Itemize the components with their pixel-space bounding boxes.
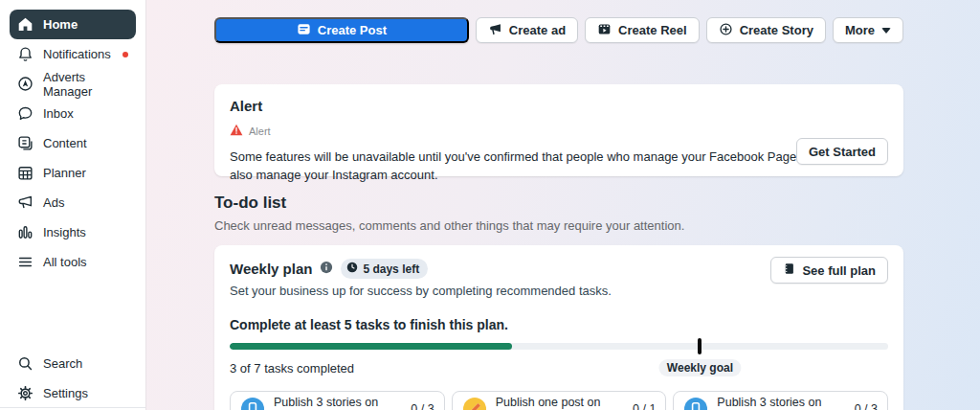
- create-post-label: Create Post: [318, 23, 387, 37]
- days-left-label: 5 days left: [363, 262, 419, 276]
- weekly-plan-title: Weekly plan: [230, 261, 312, 277]
- megaphone-icon: [17, 194, 33, 211]
- see-full-plan-button[interactable]: See full plan: [770, 257, 888, 284]
- create-reel-button[interactable]: Create Reel: [585, 17, 700, 43]
- planner-icon: [17, 165, 33, 181]
- progress-track: [230, 343, 888, 350]
- progress-fill: [230, 343, 512, 350]
- sidebar-item-label: Insights: [43, 225, 86, 239]
- alert-tag-label: Alert: [249, 125, 271, 137]
- weekly-goal-label: Weekly goal: [659, 359, 741, 376]
- clock-icon: [346, 262, 358, 276]
- todo-list-subtitle: Check unread messages, comments and othe…: [214, 218, 903, 233]
- sidebar-item-all-tools[interactable]: All tools: [10, 247, 136, 277]
- insights-icon: [17, 224, 33, 240]
- content-icon: [17, 135, 33, 151]
- bell-icon: [17, 46, 33, 62]
- sidebar-item-inbox[interactable]: Inbox: [10, 99, 136, 128]
- create-story-label: Create Story: [740, 23, 813, 37]
- facebook-story-icon: [683, 397, 708, 410]
- instagram-story-icon: [240, 397, 265, 410]
- task-count: 0 / 1: [633, 402, 656, 410]
- plus-circle-icon: [719, 22, 733, 39]
- sidebar-item-label: Settings: [43, 386, 88, 400]
- task-publish-fb-post[interactable]: Publish one post on Facebook 0 / 1: [452, 391, 667, 410]
- sidebar-item-label: Content: [43, 136, 87, 150]
- more-label: More: [845, 23, 875, 37]
- create-ad-button[interactable]: Create ad: [476, 17, 578, 43]
- gear-icon: [17, 385, 33, 401]
- sidebar-item-search[interactable]: Search: [10, 349, 136, 378]
- sidebar-item-label: Notifications: [43, 47, 111, 61]
- todo-list-title: To-do list: [214, 194, 903, 213]
- search-icon: [17, 355, 33, 372]
- sidebar-footer: Search Settin: [10, 349, 136, 408]
- sidebar-item-label: Inbox: [43, 106, 74, 121]
- sidebar-item-notifications[interactable]: Notifications: [10, 39, 136, 69]
- sidebar-item-label: All tools: [43, 255, 87, 269]
- alert-card-title: Alert: [230, 98, 888, 114]
- get-started-button[interactable]: Get Started: [796, 138, 888, 165]
- alert-card: Alert Alert Some features will be unavai…: [214, 84, 903, 176]
- create-story-button[interactable]: Create Story: [706, 17, 826, 43]
- info-icon[interactable]: [320, 261, 333, 278]
- get-started-label: Get Started: [809, 145, 876, 159]
- weekly-plan-card: Weekly plan 5 days left Se: [214, 245, 903, 410]
- days-left-badge: 5 days left: [341, 259, 428, 279]
- task-label: Publish one post on Facebook: [496, 396, 624, 410]
- sidebar-item-label: Ads: [43, 195, 64, 210]
- notification-unread-dot: [122, 52, 128, 57]
- alert-body-text: Some features will be unavailable until …: [230, 148, 828, 185]
- create-toolbar: Create Post Create ad: [214, 17, 903, 43]
- sidebar: Home Notifications Adverts Manager Inbox: [0, 0, 146, 410]
- chevron-down-icon: [881, 28, 891, 34]
- weekly-plan-subtitle: Set your business up for success by comp…: [230, 284, 888, 298]
- task-count: 0 / 3: [411, 402, 434, 410]
- task-label: Publish 3 stories on Instagram: [274, 396, 402, 410]
- task-count: 0 / 3: [855, 402, 878, 410]
- see-full-plan-label: See full plan: [802, 263, 876, 278]
- sidebar-item-home[interactable]: Home: [10, 10, 136, 39]
- goal-marker: [698, 338, 702, 354]
- inbox-icon: [17, 105, 33, 122]
- more-button[interactable]: More: [833, 17, 903, 43]
- tasks-completed-label: 3 of 7 tasks completed: [230, 361, 354, 376]
- sidebar-item-label: Adverts Manager: [43, 70, 128, 99]
- sidebar-item-label: Planner: [43, 166, 86, 180]
- sidebar-item-adverts-manager[interactable]: Adverts Manager: [10, 69, 136, 99]
- create-reel-label: Create Reel: [618, 23, 687, 37]
- create-ad-label: Create ad: [509, 23, 566, 37]
- post-icon: [297, 22, 311, 39]
- task-label: Publish 3 stories on Facebook: [717, 396, 845, 410]
- sidebar-item-label: Home: [43, 17, 78, 32]
- weekly-progress: [230, 343, 888, 350]
- facebook-post-icon: [462, 397, 487, 410]
- home-icon: [17, 16, 33, 33]
- main-content: Create Post Create ad: [146, 0, 980, 410]
- sidebar-item-insights[interactable]: Insights: [10, 217, 136, 247]
- sidebar-item-ads[interactable]: Ads: [10, 188, 136, 217]
- sidebar-item-planner[interactable]: Planner: [10, 158, 136, 188]
- notebook-icon: [783, 262, 795, 278]
- warning-triangle-icon: [230, 123, 243, 140]
- all-tools-icon: [17, 254, 33, 270]
- create-post-button[interactable]: Create Post: [214, 17, 469, 43]
- sidebar-bottom-divider: [0, 407, 145, 408]
- sidebar-item-content[interactable]: Content: [10, 128, 136, 158]
- adverts-manager-icon: [17, 76, 33, 92]
- task-publish-ig-stories[interactable]: Publish 3 stories on Instagram 0 / 3: [230, 391, 445, 410]
- megaphone-icon: [488, 22, 502, 39]
- task-list: Publish 3 stories on Instagram 0 / 3 Pub…: [230, 391, 888, 410]
- sidebar-item-settings[interactable]: Settings: [10, 378, 136, 408]
- sidebar-item-label: Search: [43, 356, 82, 371]
- plan-goal-heading: Complete at least 5 tasks to finish this…: [230, 317, 888, 332]
- reel-icon: [597, 22, 612, 39]
- task-publish-fb-stories[interactable]: Publish 3 stories on Facebook 0 / 3: [673, 391, 888, 410]
